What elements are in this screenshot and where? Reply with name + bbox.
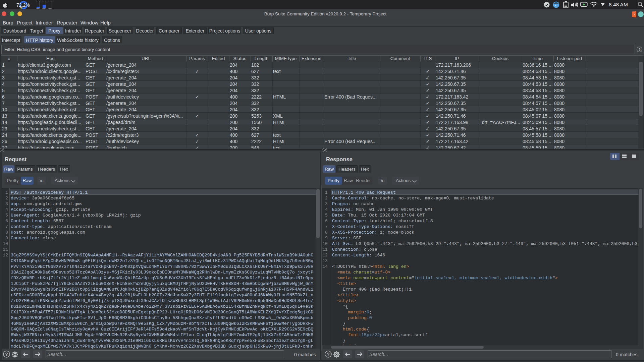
svg-text:?: ?	[638, 48, 641, 52]
svg-text:?: ?	[5, 352, 8, 357]
svg-text:?: ?	[327, 352, 330, 357]
